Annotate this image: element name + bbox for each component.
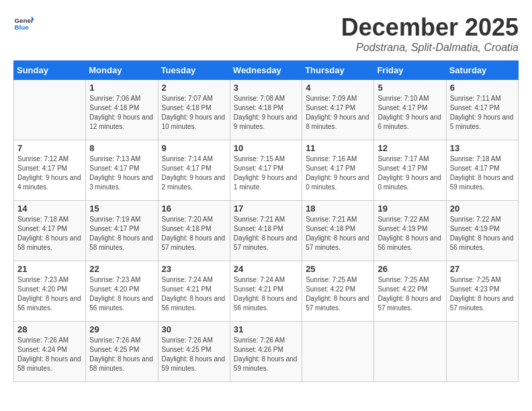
day-cell: 3Sunrise: 7:08 AMSunset: 4:18 PMDaylight… — [230, 80, 302, 140]
day-cell — [374, 322, 446, 382]
day-info: Sunrise: 7:06 AMSunset: 4:18 PMDaylight:… — [89, 94, 154, 132]
day-cell — [302, 322, 374, 382]
day-number: 16 — [162, 203, 226, 214]
day-info: Sunrise: 7:25 AMSunset: 4:23 PMDaylight:… — [450, 275, 515, 313]
day-cell: 13Sunrise: 7:18 AMSunset: 4:17 PMDayligh… — [446, 140, 518, 201]
day-info: Sunrise: 7:14 AMSunset: 4:17 PMDaylight:… — [162, 154, 226, 192]
day-number: 3 — [234, 83, 298, 93]
day-number: 18 — [306, 203, 370, 214]
logo: General Blue — [13, 13, 34, 34]
day-number: 4 — [306, 83, 370, 93]
day-number: 1 — [89, 83, 154, 93]
day-info: Sunrise: 7:22 AMSunset: 4:19 PMDaylight:… — [450, 215, 515, 253]
day-cell: 7Sunrise: 7:12 AMSunset: 4:17 PMDaylight… — [14, 140, 86, 201]
location-title: Podstrana, Split-Dalmatia, Croatia — [341, 42, 519, 54]
week-row-3: 14Sunrise: 7:18 AMSunset: 4:17 PMDayligh… — [14, 201, 519, 261]
day-cell — [14, 80, 86, 140]
day-cell: 19Sunrise: 7:22 AMSunset: 4:19 PMDayligh… — [374, 201, 446, 261]
day-cell: 23Sunrise: 7:24 AMSunset: 4:21 PMDayligh… — [158, 261, 230, 322]
day-cell: 22Sunrise: 7:23 AMSunset: 4:20 PMDayligh… — [86, 261, 158, 322]
day-number: 25 — [306, 264, 370, 274]
day-info: Sunrise: 7:26 AMSunset: 4:24 PMDaylight:… — [17, 336, 82, 373]
day-info: Sunrise: 7:23 AMSunset: 4:20 PMDaylight:… — [17, 275, 82, 313]
weekday-header-row: SundayMondayTuesdayWednesdayThursdayFrid… — [14, 61, 519, 80]
day-cell: 11Sunrise: 7:16 AMSunset: 4:17 PMDayligh… — [302, 140, 374, 201]
day-info: Sunrise: 7:26 AMSunset: 4:25 PMDaylight:… — [89, 336, 154, 373]
header: General Blue December 2025 Podstrana, Sp… — [13, 13, 519, 54]
day-number: 17 — [234, 203, 298, 214]
weekday-header-sunday: Sunday — [14, 61, 86, 80]
day-info: Sunrise: 7:21 AMSunset: 4:18 PMDaylight:… — [234, 215, 298, 253]
day-cell: 28Sunrise: 7:26 AMSunset: 4:24 PMDayligh… — [14, 322, 86, 382]
day-number: 10 — [234, 143, 298, 153]
weekday-header-friday: Friday — [374, 61, 446, 80]
day-number: 31 — [234, 324, 298, 334]
day-number: 15 — [89, 203, 154, 214]
day-cell: 31Sunrise: 7:26 AMSunset: 4:26 PMDayligh… — [230, 322, 302, 382]
weekday-header-thursday: Thursday — [302, 61, 374, 80]
day-info: Sunrise: 7:18 AMSunset: 4:17 PMDaylight:… — [450, 154, 515, 192]
day-cell: 24Sunrise: 7:24 AMSunset: 4:21 PMDayligh… — [230, 261, 302, 322]
day-cell — [446, 322, 518, 382]
day-number: 20 — [450, 203, 515, 214]
day-cell: 14Sunrise: 7:18 AMSunset: 4:17 PMDayligh… — [14, 201, 86, 261]
day-info: Sunrise: 7:08 AMSunset: 4:18 PMDaylight:… — [234, 94, 298, 132]
calendar-table: SundayMondayTuesdayWednesdayThursdayFrid… — [13, 60, 519, 382]
day-number: 2 — [162, 83, 226, 93]
weekday-header-monday: Monday — [86, 61, 158, 80]
day-number: 22 — [89, 264, 154, 274]
month-title: December 2025 — [341, 13, 519, 42]
day-cell: 10Sunrise: 7:15 AMSunset: 4:17 PMDayligh… — [230, 140, 302, 201]
day-cell: 18Sunrise: 7:21 AMSunset: 4:18 PMDayligh… — [302, 201, 374, 261]
day-info: Sunrise: 7:20 AMSunset: 4:18 PMDaylight:… — [162, 215, 226, 253]
day-info: Sunrise: 7:13 AMSunset: 4:17 PMDaylight:… — [89, 154, 154, 192]
day-info: Sunrise: 7:11 AMSunset: 4:17 PMDaylight:… — [450, 94, 515, 132]
day-number: 13 — [450, 143, 515, 153]
svg-text:Blue: Blue — [15, 24, 30, 31]
day-number: 21 — [17, 264, 82, 274]
day-info: Sunrise: 7:19 AMSunset: 4:17 PMDaylight:… — [89, 215, 154, 253]
day-cell: 8Sunrise: 7:13 AMSunset: 4:17 PMDaylight… — [86, 140, 158, 201]
weekday-header-wednesday: Wednesday — [230, 61, 302, 80]
day-number: 8 — [89, 143, 154, 153]
day-number: 7 — [17, 143, 82, 153]
day-info: Sunrise: 7:16 AMSunset: 4:17 PMDaylight:… — [306, 154, 370, 192]
day-info: Sunrise: 7:24 AMSunset: 4:21 PMDaylight:… — [234, 275, 298, 313]
day-cell: 27Sunrise: 7:25 AMSunset: 4:23 PMDayligh… — [446, 261, 518, 322]
day-cell: 25Sunrise: 7:25 AMSunset: 4:22 PMDayligh… — [302, 261, 374, 322]
day-cell: 15Sunrise: 7:19 AMSunset: 4:17 PMDayligh… — [86, 201, 158, 261]
day-number: 28 — [17, 324, 82, 334]
day-cell: 26Sunrise: 7:25 AMSunset: 4:22 PMDayligh… — [374, 261, 446, 322]
day-number: 6 — [450, 83, 515, 93]
day-number: 5 — [378, 83, 442, 93]
week-row-2: 7Sunrise: 7:12 AMSunset: 4:17 PMDaylight… — [14, 140, 519, 201]
week-row-5: 28Sunrise: 7:26 AMSunset: 4:24 PMDayligh… — [14, 322, 519, 382]
day-info: Sunrise: 7:09 AMSunset: 4:17 PMDaylight:… — [306, 94, 370, 132]
day-cell: 12Sunrise: 7:17 AMSunset: 4:17 PMDayligh… — [374, 140, 446, 201]
day-cell: 16Sunrise: 7:20 AMSunset: 4:18 PMDayligh… — [158, 201, 230, 261]
day-info: Sunrise: 7:23 AMSunset: 4:20 PMDaylight:… — [89, 275, 154, 313]
day-cell: 21Sunrise: 7:23 AMSunset: 4:20 PMDayligh… — [14, 261, 86, 322]
day-cell: 6Sunrise: 7:11 AMSunset: 4:17 PMDaylight… — [446, 80, 518, 140]
day-info: Sunrise: 7:25 AMSunset: 4:22 PMDaylight:… — [306, 275, 370, 313]
day-number: 30 — [162, 324, 226, 334]
day-cell: 29Sunrise: 7:26 AMSunset: 4:25 PMDayligh… — [86, 322, 158, 382]
day-cell: 9Sunrise: 7:14 AMSunset: 4:17 PMDaylight… — [158, 140, 230, 201]
day-number: 26 — [378, 264, 442, 274]
day-info: Sunrise: 7:18 AMSunset: 4:17 PMDaylight:… — [17, 215, 82, 253]
day-info: Sunrise: 7:07 AMSunset: 4:18 PMDaylight:… — [162, 94, 226, 132]
day-number: 12 — [378, 143, 442, 153]
day-number: 23 — [162, 264, 226, 274]
day-cell: 30Sunrise: 7:26 AMSunset: 4:25 PMDayligh… — [158, 322, 230, 382]
weekday-header-saturday: Saturday — [446, 61, 518, 80]
svg-text:General: General — [15, 17, 34, 24]
week-row-4: 21Sunrise: 7:23 AMSunset: 4:20 PMDayligh… — [14, 261, 519, 322]
day-cell: 17Sunrise: 7:21 AMSunset: 4:18 PMDayligh… — [230, 201, 302, 261]
title-area: December 2025 Podstrana, Split-Dalmatia,… — [341, 13, 519, 54]
day-info: Sunrise: 7:12 AMSunset: 4:17 PMDaylight:… — [17, 154, 82, 192]
day-info: Sunrise: 7:25 AMSunset: 4:22 PMDaylight:… — [378, 275, 442, 313]
logo-icon: General Blue — [13, 13, 34, 34]
day-cell: 5Sunrise: 7:10 AMSunset: 4:17 PMDaylight… — [374, 80, 446, 140]
day-number: 11 — [306, 143, 370, 153]
weekday-header-tuesday: Tuesday — [158, 61, 230, 80]
